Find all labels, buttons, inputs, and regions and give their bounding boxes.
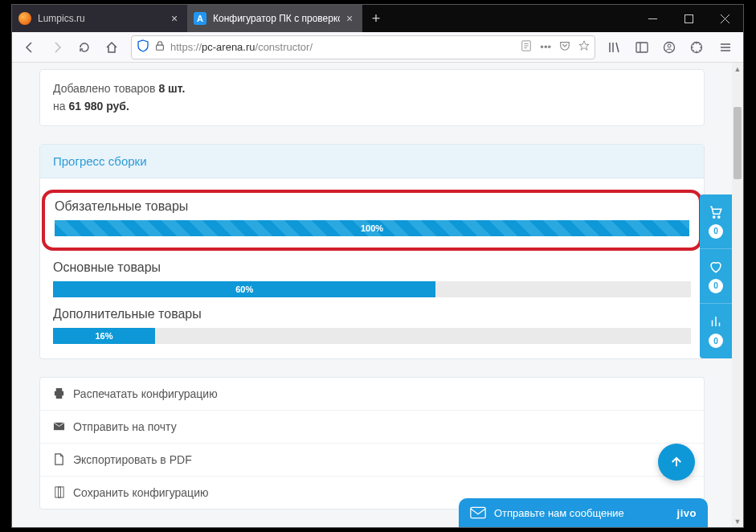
pocket-icon[interactable] [559, 40, 570, 54]
progress-bar: 16% [53, 328, 691, 344]
home-button[interactable] [99, 35, 125, 60]
progress-bar: 100% [55, 220, 689, 236]
heart-icon [709, 260, 723, 274]
new-tab-button[interactable]: + [362, 5, 390, 32]
compare-widget[interactable]: 0 [700, 304, 732, 358]
summary-card: Добавлено товаров 8 шт. на 61 980 руб. [39, 69, 705, 126]
account-button[interactable] [656, 35, 682, 60]
scroll-thumb[interactable] [734, 107, 742, 179]
library-button[interactable] [602, 35, 627, 60]
progress-bar: 60% [53, 281, 691, 297]
close-icon[interactable]: × [168, 12, 181, 25]
scroll-up-icon[interactable]: ▲ [732, 63, 743, 75]
progress-required: Обязательные товары 100% [55, 199, 689, 236]
pdf-action[interactable]: Экспортировать в PDF [40, 444, 704, 477]
back-button[interactable] [17, 35, 43, 60]
progress-main: Основные товары 60% [53, 260, 691, 297]
progress-fill: 100% [55, 220, 689, 236]
action-label: Сохранить конфигурацию [73, 486, 208, 499]
progress-label: Обязательные товары [55, 199, 689, 214]
progress-label: Дополнительные товары [53, 307, 691, 321]
side-widgets: 0 0 0 [700, 194, 732, 358]
email-action[interactable]: Отправить на почту [40, 411, 704, 444]
bookmark-icon[interactable] [578, 40, 590, 54]
tab-lumpics[interactable]: Lumpics.ru × [12, 5, 187, 32]
arrow-up-icon [669, 455, 684, 469]
tab-title: Lumpics.ru [38, 13, 165, 24]
reader-mode-icon[interactable] [521, 40, 532, 54]
toolbar: https://pc-arena.ru/constructor/ ••• [12, 32, 743, 63]
action-label: Отправить на почту [73, 420, 177, 433]
browser-window: Lumpics.ru × A Конфигуратор ПК с проверк… [11, 4, 744, 528]
cart-badge: 0 [709, 224, 723, 239]
scroll-track[interactable] [732, 75, 743, 515]
lock-icon[interactable] [154, 40, 166, 54]
progress-header: Прогресс сборки [40, 145, 704, 178]
tab-configurator[interactable]: A Конфигуратор ПК с проверко × [187, 5, 362, 32]
actions-card: Распечатать конфигурацию Отправить на по… [39, 377, 705, 509]
svg-rect-1 [157, 45, 164, 50]
scroll-top-button[interactable] [658, 444, 695, 481]
close-button[interactable] [707, 5, 743, 32]
svg-rect-0 [685, 14, 693, 23]
tab-title: Конфигуратор ПК с проверко [213, 13, 340, 24]
progress-card: Прогресс сборки Обязательные товары 100% [39, 144, 705, 359]
progress-additional: Дополнительные товары 16% [53, 307, 691, 344]
maximize-button[interactable] [671, 5, 707, 32]
address-bar[interactable]: https://pc-arena.ru/constructor/ ••• [131, 35, 595, 59]
favicon-icon [18, 12, 31, 25]
svg-point-5 [668, 44, 671, 47]
extensions-button[interactable] [684, 35, 709, 60]
minimize-button[interactable] [635, 5, 671, 32]
progress-label: Основные товары [53, 260, 691, 275]
more-icon[interactable]: ••• [540, 41, 551, 53]
menu-button[interactable] [713, 35, 738, 60]
favorites-widget[interactable]: 0 [700, 249, 732, 304]
progress-fill: 16% [53, 328, 155, 344]
page: Добавлено товаров 8 шт. на 61 980 руб. П… [12, 63, 732, 527]
chat-text: Отправьте нам сообщение [494, 507, 669, 519]
close-icon[interactable]: × [343, 12, 356, 25]
scrollbar[interactable]: ▲ ▼ [732, 63, 743, 527]
compare-icon [709, 314, 723, 329]
envelope-icon [470, 506, 486, 519]
shield-icon[interactable] [137, 39, 149, 55]
svg-rect-3 [636, 43, 648, 52]
viewport: Добавлено товаров 8 шт. на 61 980 руб. П… [12, 63, 743, 527]
forward-button[interactable] [44, 35, 70, 60]
reload-button[interactable] [72, 35, 97, 60]
svg-point-10 [713, 215, 715, 217]
window-controls [635, 5, 743, 32]
highlight-box: Обязательные товары 100% [42, 190, 702, 251]
action-label: Распечатать конфигурацию [73, 387, 218, 400]
favicon-icon: A [194, 12, 206, 25]
titlebar: Lumpics.ru × A Конфигуратор ПК с проверк… [12, 5, 743, 32]
chat-widget[interactable]: Отправьте нам сообщение jivo [459, 498, 708, 527]
svg-point-11 [718, 215, 720, 217]
favorites-badge: 0 [709, 279, 723, 293]
sidebar-button[interactable] [629, 35, 655, 60]
print-action[interactable]: Распечатать конфигурацию [40, 378, 704, 411]
jivo-brand: jivo [677, 507, 697, 519]
url-text: https://pc-arena.ru/constructor/ [170, 41, 513, 53]
compare-badge: 0 [709, 334, 723, 348]
cart-icon [709, 205, 723, 219]
scroll-down-icon[interactable]: ▼ [732, 515, 743, 527]
action-label: Экспортировать в PDF [73, 453, 192, 466]
cart-widget[interactable]: 0 [700, 194, 732, 249]
progress-fill: 60% [53, 281, 435, 297]
svg-rect-12 [471, 507, 485, 518]
